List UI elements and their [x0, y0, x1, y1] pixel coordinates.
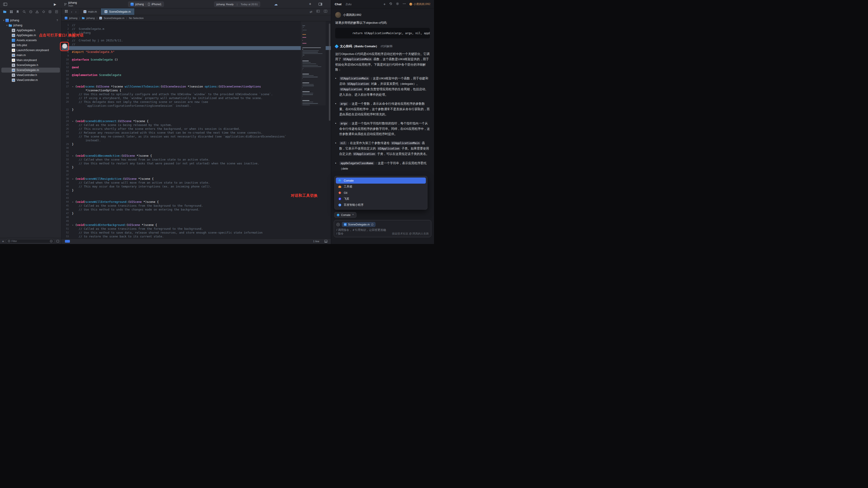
- code-line[interactable]: 14@implementation SceneDelegate: [62, 73, 331, 77]
- editor-scrollbar-thumb[interactable]: [329, 24, 331, 121]
- code-line[interactable]: 35}: [62, 165, 331, 169]
- new-chat-icon[interactable]: +: [383, 2, 385, 6]
- editor-options-icon[interactable]: [316, 9, 320, 14]
- tab-main-m[interactable]: m main.m: [80, 8, 101, 15]
- source-control-filter-icon[interactable]: [56, 240, 59, 243]
- code-line[interactable]: 8#import "SceneDelegate.h": [62, 50, 331, 54]
- code-line[interactable]: 41}: [62, 188, 331, 192]
- project-navigator-icon[interactable]: [3, 10, 6, 13]
- breakpoint-toggle[interactable]: [65, 240, 70, 243]
- code-line[interactable]: 10@interface SceneDelegate (): [62, 58, 331, 62]
- code-line[interactable]: 7: [62, 46, 331, 50]
- recent-filter-icon[interactable]: [50, 240, 53, 243]
- split-editor-icon[interactable]: [324, 9, 327, 14]
- add-file-button[interactable]: +: [2, 239, 4, 243]
- code-line[interactable]: 48: [62, 215, 331, 219]
- menu-item-comate[interactable]: Comate: [336, 178, 426, 184]
- tests-icon[interactable]: [42, 10, 45, 13]
- disclosure-triangle[interactable]: ▾: [5, 24, 8, 27]
- file-row[interactable]: hViewController.h: [1, 72, 60, 78]
- inspector-toggle-icon[interactable]: [318, 0, 322, 8]
- code-line[interactable]: 1//: [62, 23, 331, 27]
- menu-item-baidu-mini[interactable]: 百度智能小程序: [336, 202, 426, 208]
- code-line[interactable]: 50- (void)sceneDidEnterBackground:(UISce…: [62, 223, 331, 227]
- jumpbar-project[interactable]: jizhang: [69, 17, 78, 20]
- code-line[interactable]: 24- (void)sceneDidDisconnect:(UIScene *)…: [62, 119, 331, 123]
- file-row[interactable]: Assets.xcassets: [1, 38, 60, 43]
- code-line[interactable]: 52 // Use this method to save data, rele…: [62, 231, 331, 235]
- code-line[interactable]: 36: [62, 169, 331, 173]
- file-row[interactable]: mViewController.m: [1, 78, 60, 83]
- file-row[interactable]: ≡Info.plist: [1, 43, 60, 48]
- code-line[interactable]: 26 // This occurs shortly after the scen…: [62, 127, 331, 131]
- code-line[interactable]: 12@end: [62, 65, 331, 69]
- forward-icon[interactable]: ›: [75, 10, 76, 13]
- file-row[interactable]: ▾jizhang: [1, 23, 60, 28]
- file-row[interactable]: ▾jizhang?: [1, 18, 60, 23]
- debug-icon[interactable]: [48, 10, 52, 13]
- code-line[interactable]: 33 // Called when the scene has moved fr…: [62, 158, 331, 161]
- engine-selector[interactable]: Comate ^: [334, 212, 356, 218]
- code-line[interactable]: 17- (void)scene:(UIScene *)scene willCon…: [62, 85, 331, 92]
- code-line[interactable]: 32- (void)sceneDidBecomeActive:(UIScene …: [62, 154, 331, 158]
- code-line[interactable]: 6//: [62, 42, 331, 46]
- remove-context-icon[interactable]: [371, 223, 374, 226]
- menu-item-git[interactable]: Git: [336, 190, 426, 196]
- code-editor[interactable]: 1//2// SceneDelegate.m3// jizhang4//5// …: [62, 21, 331, 238]
- code-line[interactable]: 21}: [62, 108, 331, 112]
- chat-composer[interactable]: C SceneDelegate.m / 指令 掘金技术社区 @ 阿杰的人生路: [334, 220, 431, 237]
- file-row[interactable]: mmain.m: [1, 53, 60, 58]
- code-line[interactable]: 19 // If using a storyboard, the `window…: [62, 96, 331, 100]
- filter-field[interactable]: [6, 239, 55, 243]
- code-line[interactable]: 38- (void)sceneWillResignActive:(UIScene…: [62, 177, 331, 181]
- file-row[interactable]: mSceneDelegate.m: [1, 68, 60, 72]
- menu-item-toolbox[interactable]: 工具箱: [336, 184, 426, 190]
- code-line[interactable]: 13: [62, 69, 331, 73]
- tab-scenedelegate-m[interactable]: m SceneDelegate.m: [101, 8, 134, 15]
- disclosure-triangle[interactable]: ▾: [2, 19, 5, 22]
- reports-icon[interactable]: [55, 10, 58, 13]
- tab-zulu[interactable]: Zulu: [346, 2, 351, 6]
- code-line[interactable]: 4//: [62, 35, 331, 38]
- jumpbar-selection[interactable]: No Selection: [129, 17, 144, 20]
- code-line[interactable]: 37: [62, 173, 331, 177]
- code-line[interactable]: 29}: [62, 142, 331, 146]
- file-row[interactable]: hSceneDelegate.h: [1, 63, 60, 68]
- code-line[interactable]: 40 // This may occur due to temporary in…: [62, 185, 331, 188]
- issues-icon[interactable]: [35, 10, 39, 13]
- add-context-icon[interactable]: [336, 223, 340, 226]
- file-row[interactable]: ✕LaunchScreen.storyboard: [1, 48, 60, 53]
- code-line[interactable]: 49: [62, 219, 331, 223]
- scheme-branch[interactable]: jizhang main: [64, 0, 77, 8]
- code-line[interactable]: 5// Created by j on 2025/9/11.: [62, 38, 331, 42]
- chat-input[interactable]: [336, 228, 429, 232]
- code-line[interactable]: 45 // Called as the scene transitions fr…: [62, 204, 331, 208]
- filter-input[interactable]: [11, 240, 49, 242]
- code-line[interactable]: 39 // Called when the scene will move fr…: [62, 181, 331, 185]
- code-line[interactable]: 43: [62, 196, 331, 200]
- marks-icon[interactable]: [9, 10, 13, 13]
- menu-item-paddle[interactable]: 飞桨: [336, 196, 426, 202]
- jump-bar[interactable]: jizhang ⟩ jizhang ⟩ m SceneDelegate.m ⟩ …: [62, 15, 331, 21]
- run-button[interactable]: ▶: [54, 0, 56, 8]
- code-line[interactable]: 44- (void)sceneWillEnterForeground:(UISc…: [62, 200, 331, 204]
- jumpbar-file[interactable]: SceneDelegate.m: [104, 17, 124, 20]
- code-line[interactable]: 53 // to restore the scene back to its c…: [62, 235, 331, 238]
- code-line[interactable]: 30: [62, 146, 331, 150]
- minimap[interactable]: [301, 21, 326, 105]
- file-row[interactable]: hAppDelegate.h: [1, 28, 60, 33]
- code-line[interactable]: 28 // The scene may re-connect later, as…: [62, 134, 331, 142]
- account-label[interactable]: 小鹿跳跳1992: [409, 2, 430, 6]
- code-line[interactable]: 51 // Called as the scene transitions fr…: [62, 227, 331, 231]
- more-icon[interactable]: [403, 2, 406, 6]
- tab-chat[interactable]: Chat: [335, 2, 341, 6]
- jumpbar-group[interactable]: jizhang: [86, 17, 95, 20]
- code-line[interactable]: 9: [62, 54, 331, 58]
- code-line[interactable]: 34 // Use this method to restart any tas…: [62, 161, 331, 165]
- code-line[interactable]: 47}: [62, 211, 331, 215]
- code-line[interactable]: 31: [62, 150, 331, 154]
- context-file-chip[interactable]: C SceneDelegate.m: [342, 222, 375, 227]
- settings-gear-icon[interactable]: [396, 2, 399, 6]
- code-line[interactable]: 11: [62, 62, 331, 65]
- code-line[interactable]: 22: [62, 112, 331, 115]
